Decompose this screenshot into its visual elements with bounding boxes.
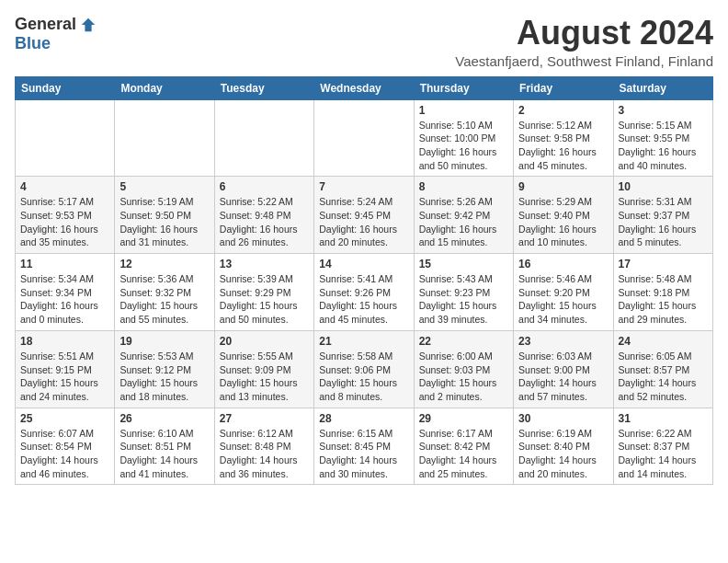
day-info: Sunrise: 5:31 AMSunset: 9:37 PMDaylight:… (619, 195, 708, 249)
location-subtitle: Vaestanfjaerd, Southwest Finland, Finlan… (455, 53, 713, 69)
day-info: Sunrise: 6:03 AMSunset: 9:00 PMDaylight:… (518, 350, 608, 404)
day-number: 29 (419, 412, 508, 425)
calendar-cell: 28Sunrise: 6:15 AMSunset: 8:45 PMDayligh… (314, 408, 414, 485)
day-info: Sunrise: 5:43 AMSunset: 9:23 PMDaylight:… (419, 272, 508, 327)
day-info: Sunrise: 5:26 AMSunset: 9:42 PMDaylight:… (419, 195, 508, 249)
day-info: Sunrise: 5:46 AMSunset: 9:20 PMDaylight:… (518, 272, 608, 327)
day-info: Sunrise: 5:19 AMSunset: 9:50 PMDaylight:… (119, 195, 209, 249)
calendar-cell: 3Sunrise: 5:15 AMSunset: 9:55 PMDaylight… (613, 99, 712, 177)
calendar-cell: 11Sunrise: 5:34 AMSunset: 9:34 PMDayligh… (16, 254, 115, 331)
calendar-cell (214, 99, 313, 177)
day-number: 17 (619, 258, 708, 270)
calendar-cell: 31Sunrise: 6:22 AMSunset: 8:37 PMDayligh… (613, 408, 712, 485)
day-info: Sunrise: 5:24 AMSunset: 9:45 PMDaylight:… (319, 195, 408, 249)
logo-icon (80, 17, 97, 33)
calendar-cell (115, 99, 214, 177)
day-number: 4 (20, 180, 109, 193)
day-info: Sunrise: 6:19 AMSunset: 8:40 PMDaylight:… (518, 427, 608, 481)
calendar-cell: 21Sunrise: 5:58 AMSunset: 9:06 PMDayligh… (314, 330, 414, 408)
svg-marker-0 (82, 17, 95, 30)
calendar-cell: 8Sunrise: 5:26 AMSunset: 9:42 PMDaylight… (414, 177, 513, 254)
logo: General Blue (15, 15, 97, 53)
day-number: 28 (319, 412, 408, 425)
calendar-cell: 29Sunrise: 6:17 AMSunset: 8:42 PMDayligh… (414, 408, 513, 485)
day-number: 8 (419, 180, 508, 193)
calendar-cell: 2Sunrise: 5:12 AMSunset: 9:58 PMDaylight… (514, 99, 613, 177)
calendar-cell: 12Sunrise: 5:36 AMSunset: 9:32 PMDayligh… (115, 254, 214, 331)
day-number: 26 (119, 412, 209, 425)
day-info: Sunrise: 5:55 AMSunset: 9:09 PMDaylight:… (220, 350, 309, 404)
day-number: 5 (119, 180, 209, 193)
header-thursday: Thursday (414, 76, 513, 99)
calendar-cell: 16Sunrise: 5:46 AMSunset: 9:20 PMDayligh… (514, 254, 613, 331)
calendar-cell: 27Sunrise: 6:12 AMSunset: 8:48 PMDayligh… (214, 408, 313, 485)
day-number: 12 (119, 258, 209, 270)
day-info: Sunrise: 5:53 AMSunset: 9:12 PMDaylight:… (119, 350, 209, 404)
day-info: Sunrise: 6:07 AMSunset: 8:54 PMDaylight:… (20, 427, 109, 481)
day-number: 3 (619, 104, 708, 117)
day-info: Sunrise: 5:36 AMSunset: 9:32 PMDaylight:… (119, 272, 209, 327)
day-number: 10 (619, 180, 708, 193)
day-info: Sunrise: 5:22 AMSunset: 9:48 PMDaylight:… (220, 195, 309, 249)
day-number: 24 (619, 335, 708, 348)
calendar-week-row: 11Sunrise: 5:34 AMSunset: 9:34 PMDayligh… (16, 254, 713, 331)
day-number: 27 (220, 412, 309, 425)
calendar-cell: 23Sunrise: 6:03 AMSunset: 9:00 PMDayligh… (514, 330, 613, 408)
calendar-cell: 30Sunrise: 6:19 AMSunset: 8:40 PMDayligh… (514, 408, 613, 485)
calendar-week-row: 18Sunrise: 5:51 AMSunset: 9:15 PMDayligh… (16, 330, 713, 408)
calendar-cell (314, 99, 414, 177)
logo-general-text: General (15, 15, 76, 34)
day-number: 18 (20, 335, 109, 348)
day-number: 31 (619, 412, 708, 425)
calendar-cell: 14Sunrise: 5:41 AMSunset: 9:26 PMDayligh… (314, 254, 414, 331)
day-number: 23 (518, 335, 608, 348)
day-number: 2 (518, 104, 608, 117)
title-area: August 2024 Vaestanfjaerd, Southwest Fin… (455, 15, 713, 69)
header-monday: Monday (115, 76, 214, 99)
day-info: Sunrise: 5:15 AMSunset: 9:55 PMDaylight:… (619, 119, 708, 173)
calendar-cell: 6Sunrise: 5:22 AMSunset: 9:48 PMDaylight… (214, 177, 313, 254)
calendar-cell: 17Sunrise: 5:48 AMSunset: 9:18 PMDayligh… (613, 254, 712, 331)
calendar-cell (16, 99, 115, 177)
day-number: 16 (518, 258, 608, 270)
calendar-cell: 9Sunrise: 5:29 AMSunset: 9:40 PMDaylight… (514, 177, 613, 254)
header-saturday: Saturday (613, 76, 712, 99)
day-info: Sunrise: 5:39 AMSunset: 9:29 PMDaylight:… (220, 272, 309, 327)
day-info: Sunrise: 5:48 AMSunset: 9:18 PMDaylight:… (619, 272, 708, 327)
day-number: 13 (220, 258, 309, 270)
calendar-cell: 22Sunrise: 6:00 AMSunset: 9:03 PMDayligh… (414, 330, 513, 408)
header-sunday: Sunday (16, 76, 115, 99)
day-number: 11 (20, 258, 109, 270)
day-number: 21 (319, 335, 408, 348)
day-number: 6 (220, 180, 309, 193)
month-year-title: August 2024 (455, 15, 713, 52)
day-number: 9 (518, 180, 608, 193)
calendar-cell: 24Sunrise: 6:05 AMSunset: 8:57 PMDayligh… (613, 330, 712, 408)
day-number: 22 (419, 335, 508, 348)
calendar-cell: 19Sunrise: 5:53 AMSunset: 9:12 PMDayligh… (115, 330, 214, 408)
day-info: Sunrise: 6:15 AMSunset: 8:45 PMDaylight:… (319, 427, 408, 481)
day-info: Sunrise: 5:12 AMSunset: 9:58 PMDaylight:… (518, 119, 608, 173)
calendar-week-row: 4Sunrise: 5:17 AMSunset: 9:53 PMDaylight… (16, 177, 713, 254)
header-tuesday: Tuesday (214, 76, 313, 99)
calendar-cell: 20Sunrise: 5:55 AMSunset: 9:09 PMDayligh… (214, 330, 313, 408)
calendar-cell: 1Sunrise: 5:10 AMSunset: 10:00 PMDayligh… (414, 99, 513, 177)
day-info: Sunrise: 6:12 AMSunset: 8:48 PMDaylight:… (220, 427, 309, 481)
day-number: 25 (20, 412, 109, 425)
header: General Blue August 2024 Vaestanfjaerd, … (15, 15, 713, 69)
day-number: 14 (319, 258, 408, 270)
calendar-week-row: 25Sunrise: 6:07 AMSunset: 8:54 PMDayligh… (16, 408, 713, 485)
day-info: Sunrise: 6:05 AMSunset: 8:57 PMDaylight:… (619, 350, 708, 404)
day-number: 30 (518, 412, 608, 425)
calendar-cell: 10Sunrise: 5:31 AMSunset: 9:37 PMDayligh… (613, 177, 712, 254)
day-info: Sunrise: 5:34 AMSunset: 9:34 PMDaylight:… (20, 272, 109, 327)
calendar-cell: 7Sunrise: 5:24 AMSunset: 9:45 PMDaylight… (314, 177, 414, 254)
day-info: Sunrise: 6:22 AMSunset: 8:37 PMDaylight:… (619, 427, 708, 481)
logo-blue-text: Blue (15, 34, 51, 53)
calendar-week-row: 1Sunrise: 5:10 AMSunset: 10:00 PMDayligh… (16, 99, 713, 177)
calendar-cell: 13Sunrise: 5:39 AMSunset: 9:29 PMDayligh… (214, 254, 313, 331)
calendar-cell: 25Sunrise: 6:07 AMSunset: 8:54 PMDayligh… (16, 408, 115, 485)
day-number: 15 (419, 258, 508, 270)
calendar-header-row: SundayMondayTuesdayWednesdayThursdayFrid… (16, 76, 713, 99)
day-info: Sunrise: 5:58 AMSunset: 9:06 PMDaylight:… (319, 350, 408, 404)
